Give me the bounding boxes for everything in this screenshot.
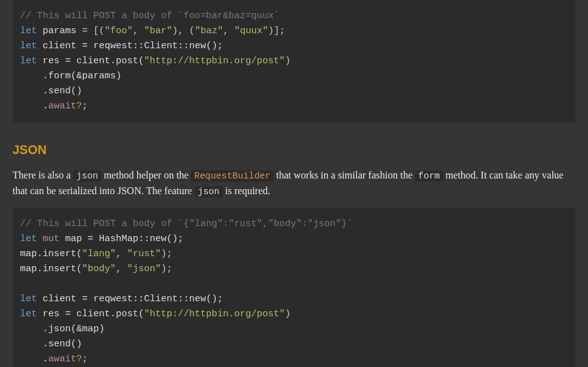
- code-string: "http://httpbin.org/post": [144, 56, 285, 66]
- code-block-json: // This will POST a body of `{"lang":"ru…: [13, 208, 575, 367]
- code-comment: // This will POST a body of `foo=bar&baz…: [20, 11, 279, 21]
- code-string: "lang": [82, 249, 116, 259]
- documentation-page: // This will POST a body of `foo=bar&baz…: [0, 0, 588, 367]
- code-string: "baz": [195, 26, 223, 36]
- code-string: "quux": [234, 26, 268, 36]
- code-keyword: let: [20, 294, 37, 304]
- inline-code-json-feature: json: [195, 186, 223, 197]
- prose-text: is required.: [223, 185, 271, 196]
- prose-text: There is also a: [13, 170, 73, 180]
- code-question: ?: [76, 101, 82, 111]
- code-string: "body": [82, 264, 116, 274]
- code-await: await: [48, 354, 76, 364]
- code-keyword: let: [20, 41, 37, 51]
- code-block-form: // This will POST a body of `foo=bar&baz…: [13, 0, 575, 123]
- code-string: "json": [127, 264, 161, 274]
- section-heading-json: JSON: [13, 140, 575, 159]
- code-keyword-mut: mut: [43, 234, 59, 244]
- prose-text: that works in a similar fashion the: [274, 170, 415, 180]
- code-keyword: let: [20, 309, 37, 319]
- code-comment: // This will POST a body of `{"lang":"ru…: [20, 219, 353, 229]
- code-string: "rust": [127, 249, 161, 259]
- code-text: .json(&map): [20, 324, 105, 334]
- code-keyword: let: [20, 234, 37, 244]
- code-question: ?: [76, 354, 82, 364]
- code-keyword: let: [20, 26, 37, 36]
- inline-code-json: json: [73, 170, 101, 182]
- prose-paragraph: There is also a json method helper on th…: [13, 168, 575, 199]
- prose-text: method helper on the: [101, 170, 192, 180]
- code-text: client = reqwest::Client::new();: [37, 41, 223, 51]
- code-text: client = reqwest::Client::new();: [37, 294, 223, 304]
- code-keyword: let: [20, 56, 37, 66]
- code-text: map = HashMap::new();: [59, 234, 183, 244]
- inline-code-form: form: [415, 170, 443, 182]
- code-text: .send(): [20, 339, 82, 349]
- code-string: "foo": [105, 26, 133, 36]
- code-string: "http://httpbin.org/post": [144, 309, 285, 319]
- code-text: .form(&params): [20, 71, 121, 81]
- code-ident: params: [43, 26, 76, 36]
- code-await: await: [48, 101, 76, 111]
- code-string: "bar": [144, 26, 172, 36]
- inline-code-requestbuilder[interactable]: RequestBuilder: [191, 170, 274, 182]
- code-text: .send(): [20, 86, 82, 96]
